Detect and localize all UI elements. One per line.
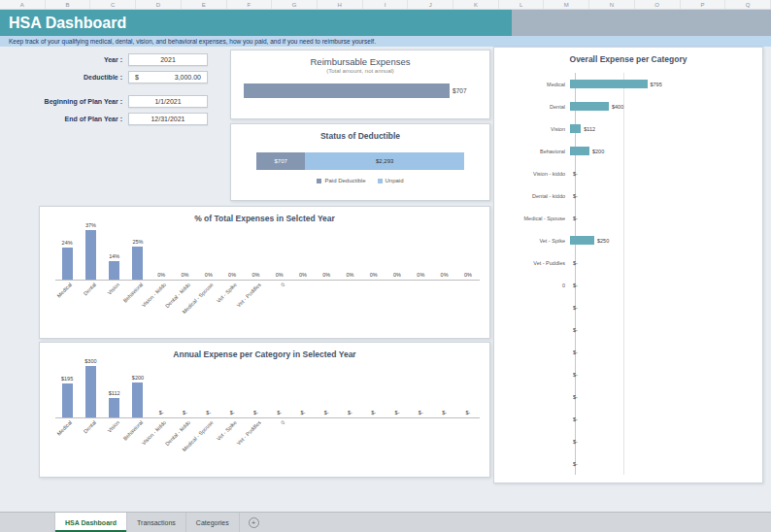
bar-vision xyxy=(570,124,581,133)
year-field[interactable]: 2021 xyxy=(128,53,208,66)
column-header-n[interactable]: N xyxy=(589,0,635,9)
bar-value-label: $- xyxy=(230,410,235,416)
bar-value-label: $- xyxy=(442,410,447,416)
category-label: Vision xyxy=(500,126,570,132)
category-row-vision-kiddo: Vision - kiddo$- xyxy=(500,162,753,184)
bar-value-label: $- xyxy=(159,410,164,416)
deductible-field[interactable]: $3,000.00 xyxy=(128,71,208,83)
category-row-dental: Dental$400 xyxy=(500,95,753,117)
column-header-f[interactable]: F xyxy=(227,0,273,9)
column-header-k[interactable]: K xyxy=(453,0,499,9)
column-header-c[interactable]: C xyxy=(90,0,136,9)
category-row-row-15: $- xyxy=(500,408,753,430)
category-row-medical: Medical$795 xyxy=(500,73,753,95)
legend-swatch xyxy=(317,179,321,183)
x-axis-labels: MedicalDentalVisionBehavioralVision - ki… xyxy=(55,281,480,325)
segment-unpaid: $2,293 xyxy=(305,152,464,170)
category-row-row-10: $- xyxy=(500,296,753,318)
column-headers: ABCDEFGHIJKLMNOPQ xyxy=(0,0,771,10)
legend-label: Unpaid xyxy=(386,178,404,183)
bar-track: $- xyxy=(570,162,753,184)
bar-value-label: $- xyxy=(183,410,187,416)
bar-track: $- xyxy=(570,274,753,296)
column-header-h[interactable]: H xyxy=(318,0,363,9)
bar-value-label: $- xyxy=(371,410,376,416)
category-label: Dental xyxy=(500,104,570,110)
bar-value-label: 0% xyxy=(441,272,449,278)
title-bar: HSA Dashboard xyxy=(0,10,771,36)
column-header-l[interactable]: L xyxy=(499,0,545,9)
column-header-b[interactable]: B xyxy=(46,0,91,9)
sheet-tab-transactions[interactable]: Transactions xyxy=(127,513,186,532)
column-header-q[interactable]: Q xyxy=(725,0,771,9)
stacked-bar: $707$2,293 xyxy=(256,152,464,170)
column-header-a[interactable]: A xyxy=(0,0,46,9)
form-row-plan-start: Beginning of Plan Year :1/1/2021 xyxy=(8,95,219,108)
bar-value-label: $200 xyxy=(132,375,144,381)
bar-dental xyxy=(570,102,609,111)
column-header-d[interactable]: D xyxy=(136,0,182,9)
column-header-m[interactable]: M xyxy=(544,0,589,9)
x-axis-label: 0 xyxy=(279,419,285,425)
bar-behavioral xyxy=(570,147,589,155)
bar-behavioral xyxy=(132,382,143,417)
category-row-row-13: $- xyxy=(500,363,753,385)
column-header-e[interactable]: E xyxy=(182,0,227,9)
bar-value-label: 14% xyxy=(109,253,119,259)
bar-value-label: 37% xyxy=(85,222,96,228)
pct-expenses-chart[interactable]: % of Total Expenses in Selcted Year 24%3… xyxy=(39,206,490,339)
column-header-i[interactable]: I xyxy=(363,0,409,9)
bar-value-label: $- xyxy=(300,410,305,416)
chart-title: Overall Expense per Category xyxy=(494,54,762,64)
bar-track: $- xyxy=(570,341,753,363)
bar-value-label: $- xyxy=(573,439,578,445)
column-header-g[interactable]: G xyxy=(272,0,318,9)
plan-start-field[interactable]: 1/1/2021 xyxy=(128,95,208,108)
bar-track: $- xyxy=(570,296,753,318)
category-row-row-16: $- xyxy=(500,430,753,452)
segment-paid-deductible: $707 xyxy=(256,152,305,170)
overall-expense-chart[interactable]: Overall Expense per Category Medical$795… xyxy=(493,47,763,483)
column-header-p[interactable]: P xyxy=(681,0,726,9)
category-label: Vet - Puddles xyxy=(500,260,570,266)
x-axis-label: Dental xyxy=(82,419,96,434)
bar-value-label: 0% xyxy=(157,272,165,278)
bar-value-label: $- xyxy=(573,171,578,177)
x-axis-label: Medical xyxy=(56,419,74,437)
add-sheet-button[interactable]: + xyxy=(249,513,259,532)
chart-title: Annual Expense per Category in Selected … xyxy=(40,349,489,359)
bar-dental xyxy=(85,366,96,417)
chart-title: % of Total Expenses in Selcted Year xyxy=(40,214,489,223)
bar-value-label: $400 xyxy=(612,104,623,110)
column-header-j[interactable]: J xyxy=(408,0,453,9)
bar-value-label: $- xyxy=(465,410,470,416)
bar-value-label: $- xyxy=(573,394,578,400)
bar-vision xyxy=(109,398,119,417)
bar-track: $795 xyxy=(570,73,753,95)
bar-value-label: $112 xyxy=(109,390,120,396)
category-row-medical-spouse: Medical - Spouse$- xyxy=(500,207,753,229)
bar-track: $- xyxy=(570,363,753,385)
category-row-vet-puddles: Vet - Puddles$- xyxy=(500,251,753,274)
x-axis-label: Dental xyxy=(82,282,96,296)
deductible-status-chart[interactable]: Status of Deductible $707$2,293 Paid Ded… xyxy=(230,123,490,201)
bar-value-label: $- xyxy=(573,260,578,266)
column-header-o[interactable]: O xyxy=(635,0,681,9)
bar-value-label: 0% xyxy=(205,272,213,278)
bar-value-label: $300 xyxy=(84,358,96,364)
annual-expense-chart[interactable]: Annual Expense per Category in Selected … xyxy=(39,342,490,478)
x-axis-label: Vision xyxy=(106,282,120,296)
sheet-tab-categories[interactable]: Categories xyxy=(186,513,240,532)
plan-end-field[interactable]: 12/31/2021 xyxy=(128,113,208,125)
category-row-row-12: $- xyxy=(500,341,753,363)
page-title: HSA Dashboard xyxy=(9,15,126,32)
reimbursable-expenses-chart[interactable]: Reimbursable Expenses (Total amount, not… xyxy=(230,50,490,119)
category-row-row-11: $- xyxy=(500,318,753,341)
category-label: Vision - kiddo xyxy=(500,171,570,177)
bar-behavioral xyxy=(132,247,143,280)
sheet-tab-hsa-dashboard[interactable]: HSA Dashboard xyxy=(54,513,127,532)
legend-label: Paid Deductible xyxy=(324,178,365,183)
category-label: Behavioral xyxy=(500,149,570,154)
chart-title: Status of Deductible xyxy=(231,131,489,141)
plus-icon: + xyxy=(249,517,259,528)
